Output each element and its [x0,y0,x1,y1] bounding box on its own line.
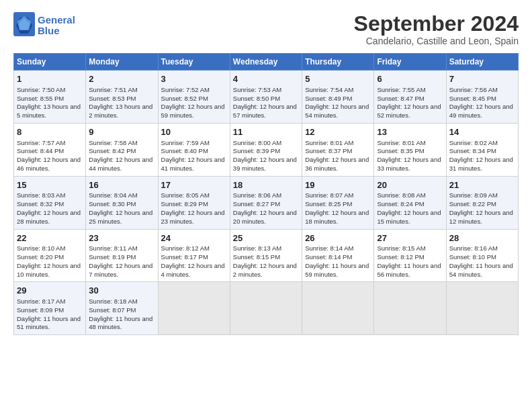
daylight-text: Daylight: 12 hours and 25 minutes. [89,209,152,225]
sunset-text: Sunset: 8:37 PM [305,147,352,154]
sunrise-text: Sunrise: 8:03 AM [17,191,65,199]
day-number: 5 [305,73,371,85]
header-cell-friday: Friday [374,54,446,71]
header-cell-tuesday: Tuesday [158,54,230,71]
day-cell: 17Sunrise: 8:05 AMSunset: 8:29 PMDayligh… [158,176,230,229]
sunset-text: Sunset: 8:24 PM [377,200,424,208]
daylight-text: Daylight: 13 hours and 2 minutes. [89,103,152,119]
day-cell: 1Sunrise: 7:50 AMSunset: 8:55 PMDaylight… [14,71,86,124]
daylight-text: Daylight: 12 hours and 10 minutes. [17,262,81,278]
sunset-text: Sunset: 8:44 PM [17,147,64,154]
sunrise-text: Sunrise: 8:06 AM [233,191,281,199]
daylight-text: Daylight: 12 hours and 52 minutes. [377,103,441,119]
sunset-text: Sunset: 8:42 PM [89,147,136,154]
header-cell-monday: Monday [86,54,158,71]
daylight-text: Daylight: 12 hours and 36 minutes. [305,156,369,172]
sunset-text: Sunset: 8:50 PM [233,95,280,102]
main-title: September 2024 [354,12,519,36]
sunset-text: Sunset: 8:20 PM [17,253,64,261]
day-number: 28 [449,232,515,244]
daylight-text: Daylight: 12 hours and 28 minutes. [17,209,81,225]
calendar-table: SundayMondayTuesdayWednesdayThursdayFrid… [13,53,519,335]
day-number: 26 [305,232,371,244]
daylight-text: Daylight: 12 hours and 41 minutes. [161,156,225,172]
sunset-text: Sunset: 8:17 PM [161,253,208,261]
sunrise-text: Sunrise: 8:14 AM [305,244,353,252]
day-cell: 14Sunrise: 8:02 AMSunset: 8:34 PMDayligh… [446,123,518,176]
daylight-text: Daylight: 12 hours and 2 minutes. [233,262,297,278]
daylight-text: Daylight: 12 hours and 7 minutes. [89,262,152,278]
daylight-text: Daylight: 12 hours and 23 minutes. [161,209,225,225]
logo-line1: General [38,15,75,26]
day-number: 22 [17,232,83,244]
day-number: 4 [233,73,299,85]
day-number: 8 [17,126,83,138]
header-row: SundayMondayTuesdayWednesdayThursdayFrid… [14,54,519,71]
daylight-text: Daylight: 12 hours and 49 minutes. [449,103,513,119]
sunset-text: Sunset: 8:09 PM [17,306,64,314]
sunset-text: Sunset: 8:53 PM [89,95,136,102]
sunset-text: Sunset: 8:10 PM [449,253,496,261]
daylight-text: Daylight: 11 hours and 56 minutes. [377,262,441,278]
day-cell: 11Sunrise: 8:00 AMSunset: 8:39 PMDayligh… [230,123,302,176]
day-number: 20 [377,179,443,191]
day-number: 12 [305,126,371,138]
header-cell-sunday: Sunday [14,54,86,71]
day-cell: 10Sunrise: 7:59 AMSunset: 8:40 PMDayligh… [158,123,230,176]
sunrise-text: Sunrise: 8:12 AM [161,244,210,252]
day-cell [158,282,230,335]
day-cell: 2Sunrise: 7:51 AMSunset: 8:53 PMDaylight… [86,71,158,124]
sunrise-text: Sunrise: 8:17 AM [17,298,65,305]
day-cell [446,282,518,335]
week-row-4: 22Sunrise: 8:10 AMSunset: 8:20 PMDayligh… [14,229,519,282]
sunset-text: Sunset: 8:19 PM [89,253,136,261]
sunrise-text: Sunrise: 8:02 AM [449,139,498,146]
day-cell: 24Sunrise: 8:12 AMSunset: 8:17 PMDayligh… [158,229,230,282]
day-number: 10 [161,126,227,138]
day-cell: 28Sunrise: 8:16 AMSunset: 8:10 PMDayligh… [446,229,518,282]
sunset-text: Sunset: 8:39 PM [233,147,280,154]
daylight-text: Daylight: 11 hours and 48 minutes. [89,315,152,331]
sunset-text: Sunset: 8:35 PM [377,147,424,154]
day-cell: 21Sunrise: 8:09 AMSunset: 8:22 PMDayligh… [446,176,518,229]
day-cell: 8Sunrise: 7:57 AMSunset: 8:44 PMDaylight… [14,123,86,176]
day-cell: 3Sunrise: 7:52 AMSunset: 8:52 PMDaylight… [158,71,230,124]
day-number: 18 [233,179,299,191]
day-number: 9 [89,126,154,138]
daylight-text: Daylight: 12 hours and 39 minutes. [233,156,297,172]
title-block: September 2024 Candelario, Castille and … [354,12,519,46]
sunrise-text: Sunrise: 8:16 AM [449,244,498,252]
daylight-text: Daylight: 11 hours and 51 minutes. [17,315,81,331]
week-row-5: 29Sunrise: 8:17 AMSunset: 8:09 PMDayligh… [14,282,519,335]
day-number: 17 [161,179,227,191]
sunrise-text: Sunrise: 8:08 AM [377,191,425,199]
week-row-2: 8Sunrise: 7:57 AMSunset: 8:44 PMDaylight… [14,123,519,176]
sunset-text: Sunset: 8:27 PM [233,200,280,208]
day-cell: 7Sunrise: 7:56 AMSunset: 8:45 PMDaylight… [446,71,518,124]
sunset-text: Sunset: 8:32 PM [17,200,64,208]
day-cell [374,282,446,335]
day-number: 14 [449,126,515,138]
day-number: 25 [233,232,299,244]
sunrise-text: Sunrise: 7:55 AM [377,86,425,93]
sunset-text: Sunset: 8:47 PM [377,95,424,102]
day-number: 27 [377,232,443,244]
sunrise-text: Sunrise: 7:56 AM [449,86,498,93]
day-cell: 20Sunrise: 8:08 AMSunset: 8:24 PMDayligh… [374,176,446,229]
daylight-text: Daylight: 12 hours and 59 minutes. [161,103,225,119]
day-number: 29 [17,285,83,297]
sunrise-text: Sunrise: 7:50 AM [17,86,65,93]
sunrise-text: Sunrise: 8:05 AM [161,191,210,199]
sunset-text: Sunset: 8:52 PM [161,95,208,102]
day-cell: 13Sunrise: 8:01 AMSunset: 8:35 PMDayligh… [374,123,446,176]
day-number: 16 [89,179,154,191]
sunrise-text: Sunrise: 7:52 AM [161,86,210,93]
daylight-text: Daylight: 12 hours and 15 minutes. [377,209,441,225]
day-number: 21 [449,179,515,191]
day-number: 23 [89,232,154,244]
sunrise-text: Sunrise: 7:59 AM [161,139,210,146]
sunrise-text: Sunrise: 8:04 AM [89,191,137,199]
day-number: 7 [449,73,515,85]
day-cell: 19Sunrise: 8:07 AMSunset: 8:25 PMDayligh… [302,176,374,229]
sunrise-text: Sunrise: 8:09 AM [449,191,498,199]
